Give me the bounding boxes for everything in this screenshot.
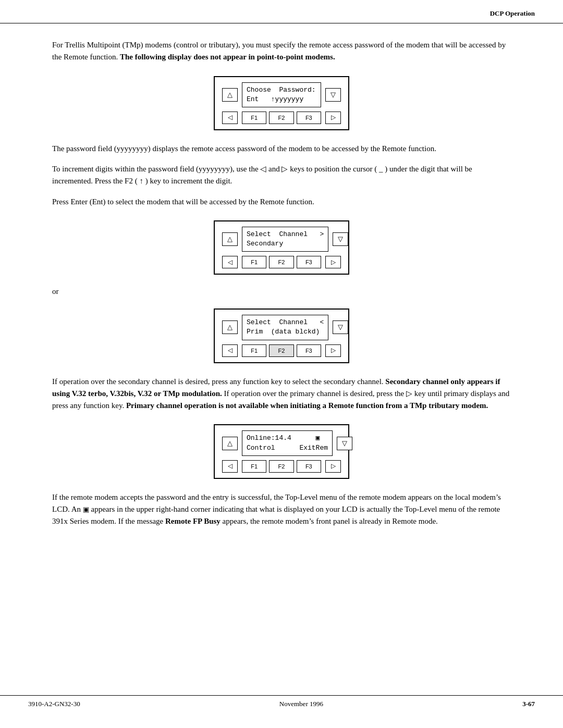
lcd-screen-3: Select Channel < Prim (data blckd) (242, 315, 328, 340)
left-arrow-btn-1[interactable]: ◁ (222, 112, 238, 124)
lcd-screen-1: Choose Password: Ent ↑yyyyyyy (242, 82, 321, 107)
lcd-display-4: △ Online:14.4 ▣ Control ExitRem ▽ ◁ F1 F… (52, 424, 511, 478)
page-content: For Trellis Multipoint (TMp) modems (con… (0, 39, 563, 528)
or-label: or (52, 287, 511, 296)
footer-center: November 1996 (279, 700, 323, 708)
paragraph-5: If operation over the secondary channel … (52, 376, 511, 412)
left-arrow-btn-2[interactable]: ◁ (222, 256, 238, 268)
f2-btn-2[interactable]: F2 (269, 256, 293, 268)
lcd-display-3: △ Select Channel < Prim (data blckd) ▽ ◁… (52, 309, 511, 363)
fn-group-1: F1 F2 F3 (242, 112, 321, 124)
fn-group-4: F1 F2 F3 (242, 460, 321, 473)
f1-btn-4[interactable]: F1 (242, 460, 266, 473)
paragraph-2: The password field (yyyyyyyy) displays t… (52, 143, 511, 155)
down-triangle-btn-3[interactable]: ▽ (333, 320, 348, 334)
up-triangle-btn-1[interactable]: △ (222, 88, 238, 102)
lcd-display-2: △ Select Channel > Secondary ▽ ◁ F1 F2 F… (52, 220, 511, 275)
header-title: DCP Operation (490, 9, 535, 18)
paragraph-4: Press Enter (Ent) to select the modem th… (52, 196, 511, 208)
down-triangle-btn-2[interactable]: ▽ (333, 232, 348, 246)
f3-btn-3[interactable]: F3 (297, 344, 321, 357)
page-header: DCP Operation (0, 0, 563, 23)
lcd-box-1: △ Choose Password: Ent ↑yyyyyyy ▽ ◁ F1 F… (214, 76, 349, 130)
lcd-screen-4: Online:14.4 ▣ Control ExitRem (242, 430, 333, 455)
right-arrow-btn-2[interactable]: ▷ (325, 256, 341, 268)
left-arrow-btn-3[interactable]: ◁ (222, 344, 238, 357)
lcd-screen-2: Select Channel > Secondary (242, 227, 328, 252)
right-arrow-btn-1[interactable]: ▷ (325, 112, 341, 124)
paragraph-3: To increment digits within the password … (52, 163, 511, 188)
down-triangle-btn-4[interactable]: ▽ (337, 437, 352, 450)
f3-btn-2[interactable]: F3 (297, 256, 321, 268)
lcd-display-1: △ Choose Password: Ent ↑yyyyyyy ▽ ◁ F1 F… (52, 76, 511, 130)
fn-group-3: F1 F2 F3 (242, 344, 321, 357)
paragraph-1: For Trellis Multipoint (TMp) modems (con… (52, 39, 511, 64)
fn-group-2: F1 F2 F3 (242, 256, 321, 268)
f2-btn-1[interactable]: F2 (269, 112, 293, 124)
f1-btn-3[interactable]: F1 (242, 344, 266, 357)
up-triangle-btn-4[interactable]: △ (222, 437, 238, 450)
lcd-box-3: △ Select Channel < Prim (data blckd) ▽ ◁… (214, 309, 349, 363)
left-arrow-btn-4[interactable]: ◁ (222, 460, 238, 473)
f3-btn-1[interactable]: F3 (297, 112, 321, 124)
footer-left: 3910-A2-GN32-30 (28, 700, 80, 708)
paragraph-6: If the remote modem accepts the password… (52, 491, 511, 528)
up-triangle-btn-3[interactable]: △ (222, 320, 238, 334)
f2-btn-3[interactable]: F2 (269, 344, 293, 357)
lcd-box-4: △ Online:14.4 ▣ Control ExitRem ▽ ◁ F1 F… (214, 424, 349, 478)
f1-btn-1[interactable]: F1 (242, 112, 266, 124)
up-triangle-btn-2[interactable]: △ (222, 232, 238, 246)
down-triangle-btn-1[interactable]: ▽ (325, 88, 341, 102)
right-arrow-btn-4[interactable]: ▷ (325, 460, 341, 473)
footer-right: 3-67 (522, 700, 535, 708)
right-arrow-btn-3[interactable]: ▷ (325, 344, 341, 357)
lcd-box-2: △ Select Channel > Secondary ▽ ◁ F1 F2 F… (214, 220, 349, 275)
f3-btn-4[interactable]: F3 (297, 460, 321, 473)
f1-btn-2[interactable]: F1 (242, 256, 266, 268)
f2-btn-4[interactable]: F2 (269, 460, 293, 473)
page-footer: 3910-A2-GN32-30 November 1996 3-67 (0, 695, 563, 712)
